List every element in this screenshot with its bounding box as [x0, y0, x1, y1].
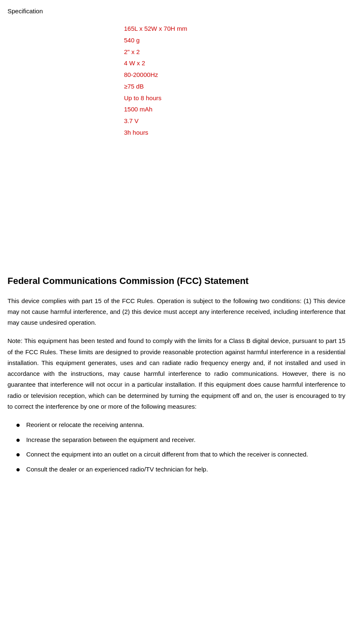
spec-dimensions: 165L x 52W x 70H mm [124, 23, 345, 35]
spec-frequency: 80-20000Hz [124, 69, 345, 81]
bullet-text: Connect the equipment into an outlet on … [26, 449, 308, 460]
bullet-icon: ● [16, 434, 20, 447]
fcc-title: Federal Communications Commission (FCC) … [7, 276, 345, 286]
bullet-icon: ● [16, 419, 20, 432]
list-item: ● Connect the equipment into an outlet o… [16, 449, 345, 461]
page-title: Specification [7, 7, 345, 15]
spec-battery-life: Up to 8 hours [124, 92, 345, 104]
bullet-icon: ● [16, 463, 20, 476]
spec-power: 4 W x 2 [124, 57, 345, 69]
spec-charge-time: 3h hours [124, 127, 345, 138]
bullet-text: Consult the dealer or an experienced rad… [26, 464, 208, 475]
spec-weight: 540 g [124, 35, 345, 46]
bullet-icon: ● [16, 448, 20, 461]
fcc-section: Federal Communications Commission (FCC) … [7, 276, 345, 476]
bullet-text: Increase the separation between the equi… [26, 434, 196, 445]
list-item: ● Consult the dealer or an experienced r… [16, 464, 345, 476]
spec-voltage: 3.7 V [124, 115, 345, 127]
spec-battery-capacity: 1500 mAh [124, 104, 345, 115]
bullet-text: Reorient or relocate the receiving anten… [26, 419, 144, 430]
fcc-paragraph-2: Note: This equipment has been tested and… [7, 336, 345, 412]
spacer [7, 155, 345, 271]
spec-snr: ≥75 dB [124, 81, 345, 92]
fcc-bullet-list: ● Reorient or relocate the receiving ant… [16, 419, 345, 476]
spec-block: 165L x 52W x 70H mm 540 g 2" x 2 4 W x 2… [124, 23, 345, 138]
list-item: ● Reorient or relocate the receiving ant… [16, 419, 345, 432]
spec-driver-size: 2" x 2 [124, 46, 345, 58]
list-item: ● Increase the separation between the eq… [16, 434, 345, 447]
fcc-paragraph-1: This device complies with part 15 of the… [7, 296, 345, 328]
